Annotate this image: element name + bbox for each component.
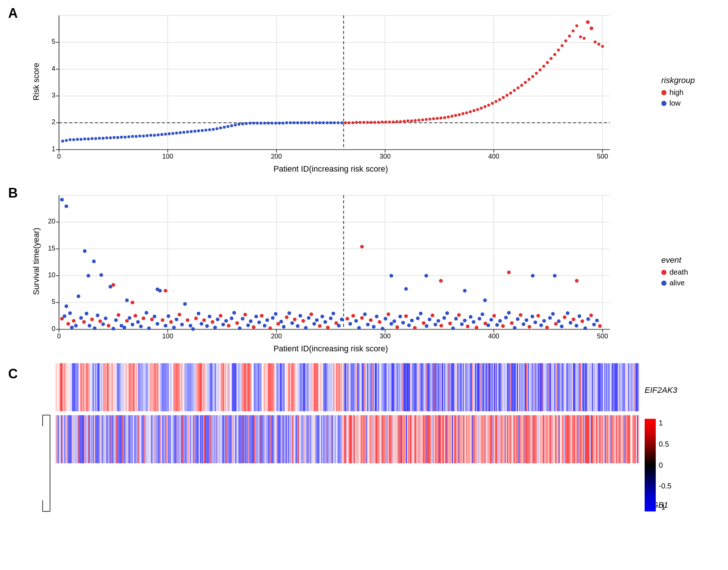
svg-point-279 (299, 314, 302, 318)
svg-point-250 (219, 314, 222, 318)
svg-point-59 (219, 126, 222, 129)
svg-point-243 (200, 322, 203, 326)
svg-point-140 (516, 86, 519, 89)
svg-point-299 (92, 259, 96, 263)
y-tick-2a: 3 (51, 92, 55, 99)
svg-point-199 (79, 316, 83, 320)
svg-point-57 (212, 128, 215, 131)
svg-point-132 (487, 104, 490, 107)
colorbar-label-0: 0 (659, 461, 671, 470)
svg-point-91 (337, 121, 340, 124)
x-tick-100: 100 (162, 153, 173, 160)
svg-point-308 (351, 314, 355, 318)
legend-label-low: low (669, 99, 681, 107)
svg-point-22 (83, 137, 86, 140)
svg-point-131 (483, 105, 486, 108)
by-tick-20: 20 (48, 218, 56, 225)
svg-point-379 (560, 325, 564, 328)
svg-point-342 (451, 327, 455, 330)
svg-point-116 (428, 117, 431, 120)
svg-point-258 (241, 317, 245, 321)
svg-point-302 (125, 298, 129, 302)
svg-point-327 (407, 324, 411, 327)
svg-point-242 (197, 312, 200, 315)
legend-dot-alive (661, 281, 666, 286)
svg-point-384 (575, 324, 578, 328)
heatmap-grid (56, 363, 639, 563)
svg-point-226 (153, 315, 156, 318)
svg-point-123 (454, 114, 457, 117)
svg-point-317 (378, 320, 382, 324)
svg-point-274 (285, 315, 289, 319)
svg-point-280 (301, 319, 305, 323)
svg-point-43 (160, 133, 163, 136)
svg-point-396 (425, 274, 428, 278)
svg-point-97 (359, 121, 362, 124)
svg-point-347 (466, 325, 470, 328)
svg-point-218 (131, 323, 134, 327)
svg-point-240 (191, 327, 195, 331)
svg-point-281 (304, 326, 308, 330)
svg-point-127 (469, 110, 472, 113)
svg-point-85 (315, 121, 318, 124)
svg-point-108 (399, 120, 402, 123)
svg-point-357 (495, 323, 499, 327)
svg-point-51 (190, 130, 193, 133)
svg-point-206 (98, 319, 102, 323)
svg-point-101 (373, 121, 376, 124)
bx-tick-0: 0 (57, 332, 61, 340)
svg-point-52 (193, 130, 196, 133)
svg-point-87 (322, 121, 325, 124)
legend-title-a: riskgroup (661, 76, 721, 85)
svg-point-247 (211, 320, 215, 324)
svg-point-335 (431, 314, 434, 317)
svg-point-191 (63, 314, 66, 318)
svg-point-376 (551, 312, 555, 316)
svg-point-346 (463, 319, 467, 322)
svg-point-196 (72, 319, 76, 323)
svg-point-38 (142, 135, 145, 137)
y-axis-label-b: Survival time(year) (31, 228, 41, 295)
panel-c-label: C (8, 366, 18, 382)
svg-point-30 (113, 136, 116, 139)
svg-point-265 (260, 314, 263, 318)
svg-point-311 (360, 316, 364, 320)
svg-point-272 (279, 320, 283, 324)
svg-point-363 (513, 326, 516, 330)
svg-point-55 (205, 129, 207, 132)
x-tick-0: 0 (57, 153, 61, 160)
svg-point-223 (144, 311, 148, 315)
svg-point-33 (124, 136, 127, 139)
svg-point-321 (389, 322, 393, 326)
svg-point-275 (287, 311, 291, 315)
svg-point-386 (581, 319, 584, 323)
svg-point-148 (546, 61, 549, 64)
svg-point-266 (263, 324, 266, 328)
svg-point-76 (282, 122, 285, 125)
svg-point-120 (443, 116, 446, 119)
svg-point-103 (381, 120, 384, 123)
svg-point-287 (320, 315, 324, 318)
svg-point-374 (545, 326, 549, 329)
svg-point-326 (404, 314, 408, 318)
y-tick-1a: 2 (51, 118, 55, 126)
svg-point-375 (548, 316, 552, 320)
bx-tick-500: 500 (597, 332, 608, 340)
colorbar: 1 0.5 0 -0.5 -1 (645, 419, 671, 511)
legend-item-high: high (661, 88, 721, 97)
bx-tick-200: 200 (271, 332, 282, 340)
svg-point-193 (66, 322, 70, 326)
svg-point-208 (104, 317, 107, 320)
svg-point-197 (74, 324, 78, 328)
svg-point-92 (340, 121, 343, 124)
svg-point-370 (533, 321, 537, 324)
svg-point-246 (208, 315, 212, 318)
svg-point-251 (221, 323, 225, 327)
svg-point-306 (345, 317, 349, 321)
svg-point-133 (491, 102, 494, 105)
svg-point-63 (234, 123, 237, 126)
svg-point-295 (60, 198, 64, 202)
svg-point-300 (99, 273, 103, 277)
svg-point-83 (307, 121, 310, 124)
svg-point-402 (553, 274, 556, 278)
